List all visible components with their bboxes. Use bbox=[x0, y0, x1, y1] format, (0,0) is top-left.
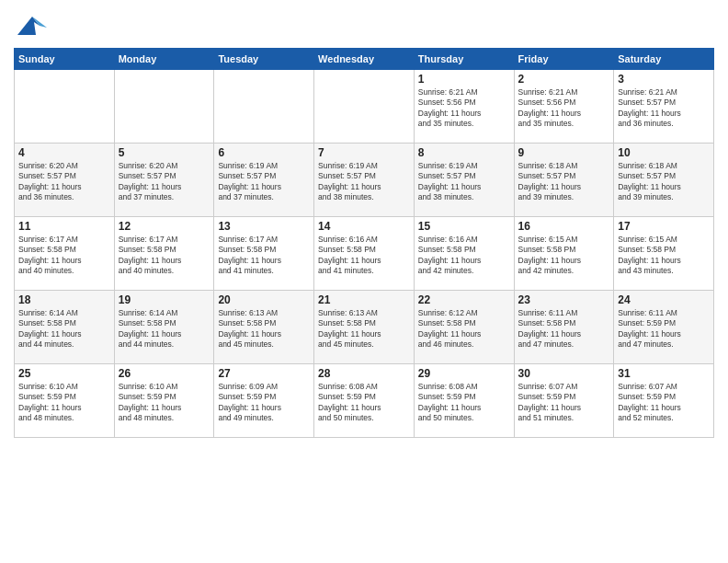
cell-info: Sunrise: 6:07 AM Sunset: 5:59 PM Dayligh… bbox=[618, 382, 710, 424]
cell-info: Sunrise: 6:21 AM Sunset: 5:57 PM Dayligh… bbox=[618, 87, 710, 130]
calendar-cell: 9Sunrise: 6:18 AM Sunset: 5:57 PM Daylig… bbox=[514, 144, 614, 217]
day-header-monday: Monday bbox=[114, 49, 214, 70]
calendar-cell: 27Sunrise: 6:09 AM Sunset: 5:59 PM Dayli… bbox=[214, 364, 314, 438]
calendar-cell: 12Sunrise: 6:17 AM Sunset: 5:58 PM Dayli… bbox=[114, 217, 214, 291]
calendar-cell: 10Sunrise: 6:18 AM Sunset: 5:57 PM Dayli… bbox=[614, 144, 714, 217]
header bbox=[14, 9, 714, 42]
week-row-1: 1Sunrise: 6:21 AM Sunset: 5:56 PM Daylig… bbox=[15, 70, 714, 144]
day-number: 11 bbox=[18, 220, 110, 233]
day-number: 4 bbox=[18, 146, 110, 159]
day-number: 24 bbox=[618, 293, 710, 306]
cell-info: Sunrise: 6:15 AM Sunset: 5:58 PM Dayligh… bbox=[518, 235, 610, 277]
logo bbox=[14, 9, 49, 42]
logo-icon bbox=[14, 9, 47, 42]
cell-info: Sunrise: 6:19 AM Sunset: 5:57 PM Dayligh… bbox=[318, 161, 410, 203]
calendar-cell: 19Sunrise: 6:14 AM Sunset: 5:58 PM Dayli… bbox=[114, 291, 214, 364]
cell-info: Sunrise: 6:12 AM Sunset: 5:58 PM Dayligh… bbox=[418, 308, 510, 350]
cell-info: Sunrise: 6:20 AM Sunset: 5:57 PM Dayligh… bbox=[18, 161, 110, 203]
day-number: 2 bbox=[518, 73, 610, 86]
day-number: 22 bbox=[418, 293, 510, 306]
calendar-cell: 31Sunrise: 6:07 AM Sunset: 5:59 PM Dayli… bbox=[614, 364, 714, 438]
calendar-cell: 18Sunrise: 6:14 AM Sunset: 5:58 PM Dayli… bbox=[15, 291, 115, 364]
calendar-cell: 8Sunrise: 6:19 AM Sunset: 5:57 PM Daylig… bbox=[414, 144, 514, 217]
day-number: 7 bbox=[318, 146, 410, 159]
day-number: 20 bbox=[218, 293, 310, 306]
calendar-cell: 3Sunrise: 6:21 AM Sunset: 5:57 PM Daylig… bbox=[614, 70, 714, 144]
calendar-cell: 17Sunrise: 6:15 AM Sunset: 5:58 PM Dayli… bbox=[614, 217, 714, 291]
cell-info: Sunrise: 6:19 AM Sunset: 5:57 PM Dayligh… bbox=[418, 161, 510, 203]
day-number: 15 bbox=[418, 220, 510, 233]
day-number: 14 bbox=[318, 220, 410, 233]
day-number: 13 bbox=[218, 220, 310, 233]
calendar-cell bbox=[214, 70, 314, 144]
cell-info: Sunrise: 6:11 AM Sunset: 5:58 PM Dayligh… bbox=[518, 308, 610, 350]
day-number: 30 bbox=[518, 367, 610, 380]
cell-info: Sunrise: 6:19 AM Sunset: 5:57 PM Dayligh… bbox=[218, 161, 310, 203]
day-number: 27 bbox=[218, 367, 310, 380]
day-number: 17 bbox=[618, 220, 710, 233]
header-row: SundayMondayTuesdayWednesdayThursdayFrid… bbox=[15, 49, 714, 70]
day-number: 26 bbox=[119, 367, 210, 380]
cell-info: Sunrise: 6:16 AM Sunset: 5:58 PM Dayligh… bbox=[318, 235, 410, 277]
day-header-saturday: Saturday bbox=[614, 49, 714, 70]
day-number: 31 bbox=[618, 367, 710, 380]
calendar-cell: 16Sunrise: 6:15 AM Sunset: 5:58 PM Dayli… bbox=[514, 217, 614, 291]
day-number: 16 bbox=[518, 220, 610, 233]
day-number: 10 bbox=[618, 146, 710, 159]
cell-info: Sunrise: 6:14 AM Sunset: 5:58 PM Dayligh… bbox=[119, 308, 210, 350]
week-row-5: 25Sunrise: 6:10 AM Sunset: 5:59 PM Dayli… bbox=[15, 364, 714, 438]
day-header-friday: Friday bbox=[514, 49, 614, 70]
day-header-sunday: Sunday bbox=[15, 49, 115, 70]
calendar-table: SundayMondayTuesdayWednesdayThursdayFrid… bbox=[14, 48, 714, 438]
cell-info: Sunrise: 6:07 AM Sunset: 5:59 PM Dayligh… bbox=[518, 382, 610, 424]
week-row-4: 18Sunrise: 6:14 AM Sunset: 5:58 PM Dayli… bbox=[15, 291, 714, 364]
day-header-thursday: Thursday bbox=[414, 49, 514, 70]
cell-info: Sunrise: 6:08 AM Sunset: 5:59 PM Dayligh… bbox=[418, 382, 510, 424]
week-row-2: 4Sunrise: 6:20 AM Sunset: 5:57 PM Daylig… bbox=[15, 144, 714, 217]
calendar-cell: 1Sunrise: 6:21 AM Sunset: 5:56 PM Daylig… bbox=[414, 70, 514, 144]
day-number: 19 bbox=[119, 293, 210, 306]
day-number: 12 bbox=[119, 220, 210, 233]
day-number: 21 bbox=[318, 293, 410, 306]
day-number: 18 bbox=[18, 293, 110, 306]
day-number: 28 bbox=[318, 367, 410, 380]
cell-info: Sunrise: 6:21 AM Sunset: 5:56 PM Dayligh… bbox=[418, 87, 510, 130]
cell-info: Sunrise: 6:14 AM Sunset: 5:58 PM Dayligh… bbox=[18, 308, 110, 350]
day-number: 5 bbox=[119, 146, 210, 159]
calendar-cell: 11Sunrise: 6:17 AM Sunset: 5:58 PM Dayli… bbox=[15, 217, 115, 291]
day-number: 29 bbox=[418, 367, 510, 380]
day-number: 1 bbox=[418, 73, 510, 86]
cell-info: Sunrise: 6:11 AM Sunset: 5:59 PM Dayligh… bbox=[618, 308, 710, 350]
day-number: 8 bbox=[418, 146, 510, 159]
calendar-header: SundayMondayTuesdayWednesdayThursdayFrid… bbox=[15, 49, 714, 70]
calendar-cell: 20Sunrise: 6:13 AM Sunset: 5:58 PM Dayli… bbox=[214, 291, 314, 364]
cell-info: Sunrise: 6:18 AM Sunset: 5:57 PM Dayligh… bbox=[518, 161, 610, 203]
cell-info: Sunrise: 6:20 AM Sunset: 5:57 PM Dayligh… bbox=[119, 161, 210, 203]
cell-info: Sunrise: 6:15 AM Sunset: 5:58 PM Dayligh… bbox=[618, 235, 710, 277]
cell-info: Sunrise: 6:17 AM Sunset: 5:58 PM Dayligh… bbox=[218, 235, 310, 277]
calendar-cell: 13Sunrise: 6:17 AM Sunset: 5:58 PM Dayli… bbox=[214, 217, 314, 291]
calendar-cell: 23Sunrise: 6:11 AM Sunset: 5:58 PM Dayli… bbox=[514, 291, 614, 364]
calendar-body: 1Sunrise: 6:21 AM Sunset: 5:56 PM Daylig… bbox=[15, 70, 714, 438]
week-row-3: 11Sunrise: 6:17 AM Sunset: 5:58 PM Dayli… bbox=[15, 217, 714, 291]
calendar-cell: 2Sunrise: 6:21 AM Sunset: 5:56 PM Daylig… bbox=[514, 70, 614, 144]
cell-info: Sunrise: 6:09 AM Sunset: 5:59 PM Dayligh… bbox=[218, 382, 310, 424]
day-header-tuesday: Tuesday bbox=[214, 49, 314, 70]
calendar-cell: 24Sunrise: 6:11 AM Sunset: 5:59 PM Dayli… bbox=[614, 291, 714, 364]
calendar-cell: 4Sunrise: 6:20 AM Sunset: 5:57 PM Daylig… bbox=[15, 144, 115, 217]
calendar-cell: 7Sunrise: 6:19 AM Sunset: 5:57 PM Daylig… bbox=[314, 144, 415, 217]
day-number: 9 bbox=[518, 146, 610, 159]
calendar-cell bbox=[114, 70, 214, 144]
svg-marker-0 bbox=[17, 17, 40, 35]
calendar-container: SundayMondayTuesdayWednesdayThursdayFrid… bbox=[0, 0, 728, 445]
day-number: 25 bbox=[18, 367, 110, 380]
cell-info: Sunrise: 6:13 AM Sunset: 5:58 PM Dayligh… bbox=[218, 308, 310, 350]
cell-info: Sunrise: 6:10 AM Sunset: 5:59 PM Dayligh… bbox=[119, 382, 210, 424]
calendar-cell: 15Sunrise: 6:16 AM Sunset: 5:58 PM Dayli… bbox=[414, 217, 514, 291]
calendar-cell: 14Sunrise: 6:16 AM Sunset: 5:58 PM Dayli… bbox=[314, 217, 415, 291]
calendar-cell: 28Sunrise: 6:08 AM Sunset: 5:59 PM Dayli… bbox=[314, 364, 415, 438]
day-number: 3 bbox=[618, 73, 710, 86]
calendar-cell: 6Sunrise: 6:19 AM Sunset: 5:57 PM Daylig… bbox=[214, 144, 314, 217]
calendar-cell: 30Sunrise: 6:07 AM Sunset: 5:59 PM Dayli… bbox=[514, 364, 614, 438]
day-number: 6 bbox=[218, 146, 310, 159]
